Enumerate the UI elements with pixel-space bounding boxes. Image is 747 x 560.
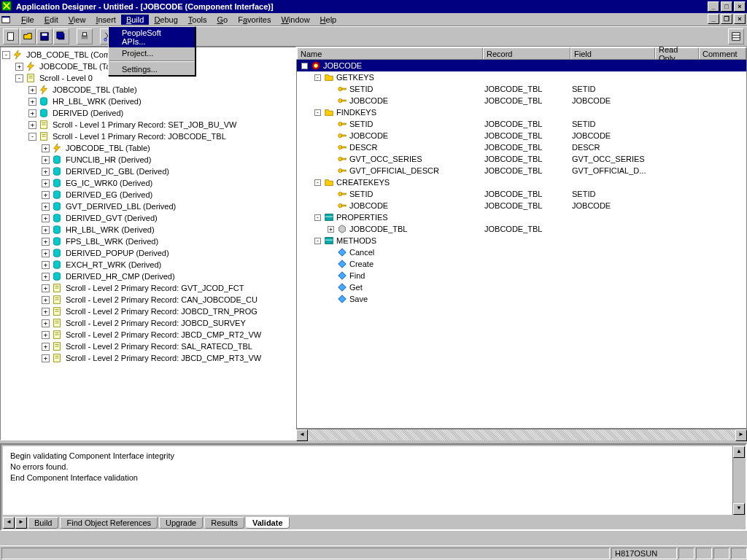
menu-go[interactable]: Go [212,15,233,25]
expand-toggle[interactable]: - [314,179,321,186]
menu-item-project[interactable]: Project... [109,47,195,59]
horizontal-scrollbar[interactable]: ◄ ► [296,429,747,440]
output-vertical-scrollbar[interactable]: ▲ ▼ [732,446,744,515]
expand-toggle[interactable]: + [28,98,36,106]
mdi-restore-button[interactable]: ❐ [721,14,732,24]
grid-row[interactable]: Cancel [297,246,746,258]
tree-row[interactable]: +FPS_LBL_WRK (Derived) [2,236,295,247]
output-tab[interactable]: Find Object References [60,517,158,529]
scroll-left-button[interactable]: ◄ [296,429,308,441]
tree-row[interactable]: +Scroll - Level 2 Primary Record: GVT_JC… [2,282,295,294]
expand-toggle[interactable]: - [2,51,10,59]
tree-row[interactable]: +Scroll - Level 2 Primary Record: JOBCD_… [2,306,295,317]
expand-toggle[interactable]: + [28,121,36,129]
close-button[interactable]: × [734,1,746,12]
expand-toggle[interactable]: + [328,226,334,233]
toolbar-new-button[interactable] [3,28,19,44]
toolbar-open-button[interactable] [20,28,36,44]
toolbar-print-button[interactable] [77,28,93,44]
scroll-up-button[interactable]: ▲ [733,446,745,458]
grid-row[interactable]: Find [297,270,746,281]
menu-edit[interactable]: Edit [39,15,63,25]
grid-row[interactable]: JOBCODEJOBCODE_TBLJOBCODE [297,95,746,106]
grid-row[interactable]: -PROPERTIES [297,211,746,223]
grid-row[interactable]: -CREATEKEYS [297,176,746,188]
tree-row[interactable]: +Scroll - Level 2 Primary Record: JBCD_C… [2,329,295,341]
expand-toggle[interactable]: + [42,319,50,327]
toolbar-properties-button[interactable] [728,28,744,44]
tree-row[interactable]: +DERIVED_POPUP (Derived) [2,247,295,259]
col-comment[interactable]: Comment [699,47,746,59]
mdi-minimize-button[interactable]: _ [708,14,719,24]
output-tab[interactable]: Results [204,517,244,529]
tree-row[interactable]: +DERIVED_GVT (Derived) [2,212,295,224]
col-readonly[interactable]: Read Only [655,47,699,59]
expand-toggle[interactable]: - [314,214,321,221]
expand-toggle[interactable]: + [42,168,50,176]
col-name[interactable]: Name [297,47,483,59]
minimize-button[interactable]: _ [708,1,719,12]
tree-row[interactable]: +Scroll - Level 2 Primary Record: CAN_JO… [2,294,295,306]
col-record[interactable]: Record [483,47,570,59]
grid-row[interactable]: -JOBCODE [297,60,746,71]
expand-toggle[interactable]: - [314,238,321,244]
grid-row[interactable]: SETIDJOBCODE_TBLSETID [297,118,746,130]
output-tab[interactable]: Build [28,517,58,529]
tree-row[interactable]: +HR_LBL_WRK (Derived) [2,96,295,107]
scroll-down-button[interactable]: ▼ [733,503,745,515]
grid-row[interactable]: SETIDJOBCODE_TBLSETID [297,188,746,200]
expand-toggle[interactable]: + [42,273,50,281]
tree-row[interactable]: +DERIVED_EG (Derived) [2,189,295,201]
grid-row[interactable]: +JOBCODE_TBLJOBCODE_TBL [297,223,746,235]
tree-row[interactable]: +Scroll - Level 2 Primary Record: JOBCD_… [2,317,295,329]
expand-toggle[interactable]: + [42,261,50,269]
menu-item-peoplesoft-apis[interactable]: PeopleSoft APIs... [109,27,195,47]
expand-toggle[interactable]: + [42,144,50,152]
expand-toggle[interactable]: + [28,109,36,117]
expand-toggle[interactable]: - [301,63,308,69]
expand-toggle[interactable]: + [28,86,36,94]
grid-row[interactable]: Create [297,258,746,270]
menu-build[interactable]: Build [121,15,149,25]
expand-toggle[interactable]: + [42,331,50,339]
menu-file[interactable]: FFileile [16,15,39,25]
expand-toggle[interactable]: - [314,74,321,81]
expand-toggle[interactable]: + [42,226,50,234]
toolbar-save-button[interactable] [36,28,53,44]
tree-row[interactable]: +GVT_DERIVED_LBL (Derived) [2,201,295,212]
tree-row[interactable]: +FUNCLIB_HR (Derived) [2,154,295,166]
tree-row[interactable]: +JOBCODE_TBL (Table) [2,142,295,154]
menu-item-settings[interactable]: Settings... [109,63,195,75]
tree-row[interactable]: +Scroll - Level 1 Primary Record: SET_JO… [2,119,295,131]
grid-row[interactable]: GVT_OFFICIAL_DESCRJOBCODE_TBLGVT_OFFICIA… [297,165,746,176]
tree-row[interactable]: +EG_IC_WRK0 (Derived) [2,177,295,189]
expand-toggle[interactable]: + [42,238,50,246]
grid-row[interactable]: Get [297,281,746,293]
grid-row[interactable]: -FINDKEYS [297,106,746,118]
expand-toggle[interactable]: + [42,308,50,316]
tab-scroll-right-button[interactable]: ► [15,517,27,529]
mdi-system-icon[interactable] [1,14,12,26]
expand-toggle[interactable]: + [42,249,50,257]
toolbar-saveall-button[interactable] [53,28,69,44]
tree-row[interactable]: +DERIVED_IC_GBL (Derived) [2,166,295,177]
grid-row[interactable]: GVT_OCC_SERIESJOBCODE_TBLGVT_OCC_SERIES [297,153,746,165]
tree-row[interactable]: +Scroll - Level 2 Primary Record: SAL_RA… [2,341,295,352]
menu-debug[interactable]: Debug [149,15,182,25]
col-field[interactable]: Field [570,47,655,59]
mdi-close-button[interactable]: × [734,14,746,24]
tab-scroll-left-button[interactable]: ◄ [3,517,15,529]
tree-row[interactable]: -Scroll - Level 1 Primary Record: JOBCOD… [2,131,295,142]
tree-row[interactable]: +Scroll - Level 2 Primary Record: JBCD_C… [2,352,295,364]
tree-row[interactable]: +HR_LBL_WRK (Derived) [2,224,295,236]
expand-toggle[interactable]: + [42,203,50,211]
grid-row[interactable]: -GETKEYS [297,71,746,83]
expand-toggle[interactable]: + [42,214,50,222]
output-tab[interactable]: Validate [246,517,290,529]
maximize-button[interactable]: □ [721,1,732,12]
expand-toggle[interactable]: + [42,284,50,292]
expand-toggle[interactable]: + [42,296,50,304]
tree-row[interactable]: +JOBCODE_TBL (Table) [2,84,295,96]
grid-row[interactable]: SETIDJOBCODE_TBLSETID [297,83,746,95]
expand-toggle[interactable]: + [42,179,50,187]
